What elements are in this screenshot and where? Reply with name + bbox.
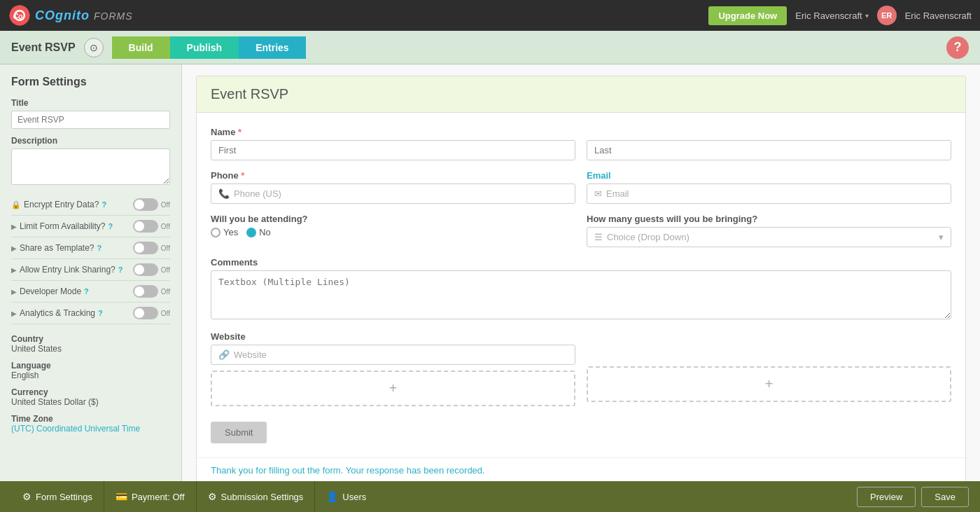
website-field: Website 🔗 Website + [211,331,575,406]
chevron-down-icon: ▾ [865,12,869,20]
tab-entries[interactable]: Entries [239,36,305,59]
preview-button[interactable]: Preview [857,487,916,507]
phone-icon: 📞 [218,188,230,199]
tab-publish[interactable]: Publish [170,36,239,59]
toggle-switch-4[interactable]: Off [133,285,170,298]
title-section: Title [11,98,170,129]
email-field: Email ✉ Email [587,170,951,204]
tab-build[interactable]: Build [112,36,170,59]
description-textarea[interactable] [11,148,170,185]
form-options-button[interactable]: ⊙ [84,38,104,57]
users-bottom-button[interactable]: 👤 Users [315,481,377,512]
title-input[interactable] [11,111,170,129]
meta-timezone: Time Zone (UTC) Coordinated Universal Ti… [11,414,170,434]
comments-textarea[interactable] [211,270,951,319]
form-header: Event RSVP [197,76,965,113]
question-icon-3[interactable]: ? [118,265,123,274]
svg-rect-3 [18,6,20,9]
nav-right: Upgrade Now Eric Ravenscraft ▾ ER Eric R… [708,6,972,25]
toggle-switch-2[interactable]: Off [133,242,170,254]
form-body: Name * [197,113,965,457]
toggle-encrypt: 🔒 Encrypt Entry Data? ? Off [11,194,170,216]
attending-yes[interactable]: Yes [211,227,238,237]
question-icon-5[interactable]: ? [98,309,103,317]
toggle-entry-link-label: ▶ Allow Entry Link Sharing? ? [11,265,122,275]
content-area: Event RSVP Name * [182,64,980,481]
attending-field: Will you be attending? Yes No [211,214,575,247]
question-icon-4[interactable]: ? [84,287,89,296]
toggle-entry-link: ▶ Allow Entry Link Sharing? ? Off [11,259,170,281]
website-icon: 🔗 [218,350,230,360]
toggle-encrypt-label: 🔒 Encrypt Entry Data? ? [11,200,106,209]
form-title-nav: Event RSVP [11,41,76,54]
phone-input-display[interactable]: 📞 Phone (US) [211,184,575,204]
toggle-pill-3[interactable] [133,263,158,276]
meta-country-value: United States [11,344,170,354]
phone-label: Phone * [211,170,575,181]
meta-country-key: Country [11,334,170,344]
lock-icon: 🔒 [11,200,21,209]
expand-arrow-4: ▶ [11,288,17,296]
user-name-1[interactable]: Eric Ravenscraft ▾ [795,11,868,21]
payment-bottom-button[interactable]: 💳 Payment: Off [104,481,197,512]
phone-field: Phone * 📞 Phone (US) [211,170,575,204]
guests-label: How many guests will you be bringing? [587,214,951,224]
toggle-off-label-0: Off [161,201,170,209]
toggle-share: ▶ Share as Template? ? Off [11,237,170,259]
question-icon-0[interactable]: ? [102,200,106,209]
website-input-display[interactable]: 🔗 Website [211,345,575,365]
toggle-pill-1[interactable] [133,220,158,233]
select-left: ☰ Choice (Drop Down) [594,232,690,242]
submit-button[interactable]: Submit [211,422,267,443]
secondary-nav: Event RSVP ⊙ Build Publish Entries ? [0,31,980,64]
user-name-2[interactable]: Eric Ravenscraft [905,11,972,21]
toggle-pill-4[interactable] [133,285,158,298]
email-label: Email [587,170,951,181]
first-name-field [211,140,575,160]
toggle-off-label-4: Off [161,288,170,296]
bottom-bar: ⚙ Form Settings 💳 Payment: Off ⚙ Submiss… [0,481,980,512]
sidebar: Form Settings Title Description 🔒 Encryp… [0,64,182,481]
avatar: ER [877,6,897,25]
toggle-switch-5[interactable]: Off [133,307,170,319]
last-name-input[interactable] [587,140,951,160]
users-icon: 👤 [326,491,338,502]
help-button[interactable]: ? [946,36,969,59]
question-icon-1[interactable]: ? [108,222,113,230]
submission-settings-bottom-button[interactable]: ⚙ Submission Settings [197,481,316,512]
select-chevron-icon: ▾ [939,232,944,242]
radio-no-circle [246,228,256,237]
save-button[interactable]: Save [921,487,969,507]
top-nav: Co COgnito FORMS Upgrade Now Eric Ravens… [0,0,980,31]
email-input-display[interactable]: ✉ Email [587,184,951,204]
toggle-off-label-1: Off [161,223,170,230]
toggle-switch-1[interactable]: Off [133,220,170,233]
toggle-pill-0[interactable] [133,198,158,211]
upgrade-button[interactable]: Upgrade Now [708,6,787,25]
form-settings-bottom-button[interactable]: ⚙ Form Settings [11,481,104,512]
guests-select[interactable]: ☰ Choice (Drop Down) ▾ [587,227,951,247]
website-label: Website [211,331,575,342]
logo-icon: Co [8,4,31,27]
svg-rect-7 [18,22,20,26]
attending-no[interactable]: No [246,227,271,237]
meta-timezone-value[interactable]: (UTC) Coordinated Universal Time [11,424,170,434]
toggle-off-label-5: Off [161,310,170,317]
form-header-title: Event RSVP [211,86,951,102]
toggle-off-label-2: Off [161,244,170,252]
gear-icon: ⚙ [22,491,31,502]
add-field-right-button[interactable]: + [587,366,951,402]
add-field-below-website[interactable]: + [211,371,575,406]
toggle-switch-0[interactable]: Off [133,198,170,211]
first-name-input[interactable] [211,140,575,160]
meta-language-key: Language [11,361,170,371]
toggle-pill-5[interactable] [133,307,158,319]
logo-text: COgnito FORMS [35,8,133,23]
name-label: Name * [211,127,951,137]
toggle-developer: ▶ Developer Mode ? Off [11,281,170,303]
email-icon: ✉ [594,188,602,199]
toggle-switch-3[interactable]: Off [133,263,170,276]
question-icon-2[interactable]: ? [97,244,102,252]
guests-field: How many guests will you be bringing? ☰ … [587,214,951,247]
toggle-pill-2[interactable] [133,242,158,254]
